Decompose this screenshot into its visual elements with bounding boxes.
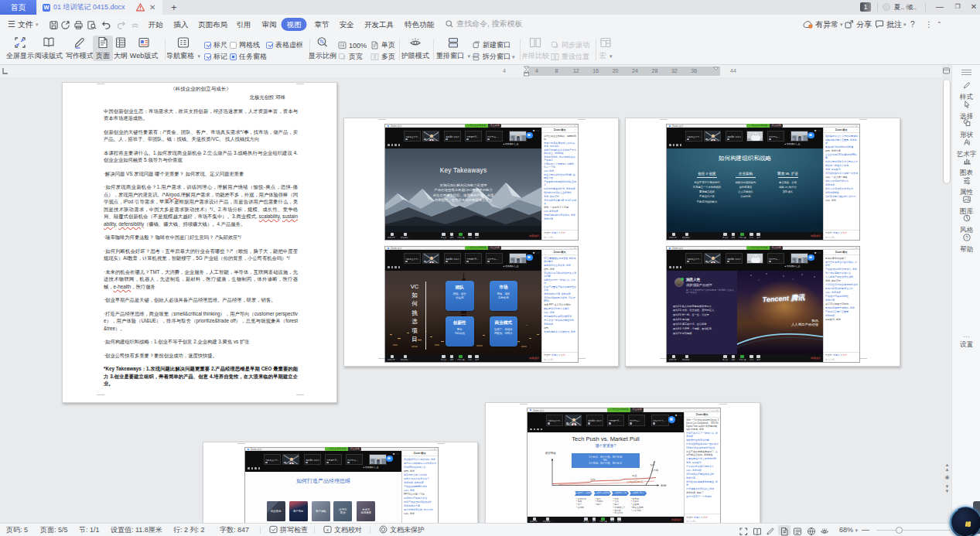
file-menu[interactable]: ☰ 文件 ▾ xyxy=(8,18,38,31)
sync-status-button[interactable]: ! 有异常▾ xyxy=(803,18,843,31)
page-width-button[interactable]: 页宽 xyxy=(338,52,363,62)
menu-tab-3[interactable]: 页面布局 xyxy=(198,18,227,31)
zoom-out-button[interactable]: — xyxy=(862,524,869,536)
toolbar-button[interactable]: 表情 xyxy=(475,355,479,361)
new-tab-button[interactable]: + xyxy=(171,2,177,13)
chat-minimize-icon[interactable]: − xyxy=(856,128,858,131)
view-switch-button[interactable] xyxy=(808,132,814,139)
zoom-screenshot-3[interactable]: Zoom 会议– □ ✕✓ 您正在共享屏幕停止共享北邮创业大学… 高鹏A平 清华… xyxy=(667,125,859,240)
participant-thumbnail[interactable]: 孙怡宁-朱… xyxy=(486,253,503,265)
user-avatar[interactable] xyxy=(883,3,890,11)
toolbar-mute-button[interactable]: 解除静音 ⌃ xyxy=(388,233,397,239)
chat-collapse-icon[interactable]: ⌄ xyxy=(404,452,406,455)
save-icon[interactable] xyxy=(49,19,59,29)
zoom-slider[interactable] xyxy=(876,530,950,531)
sidebar-item-settings[interactable]: 设置 xyxy=(952,340,980,350)
view-switch-button[interactable] xyxy=(526,132,533,139)
stop-share-button[interactable]: 停止共享 xyxy=(348,447,361,452)
chat-minimize-icon[interactable]: − xyxy=(575,128,576,131)
web-layout-button[interactable]: Web版式 xyxy=(127,36,161,61)
undo-icon[interactable] xyxy=(101,19,111,29)
rearrange-windows-button[interactable]: 重排窗口 ▾ xyxy=(435,36,472,61)
document-page-4[interactable]: Zoom 会议– □ ✕✓ 您正在共享屏幕停止共享北邮创业大学… 高鹏A平 清华… xyxy=(203,442,478,523)
more-button[interactable]: ⋮ xyxy=(925,18,933,31)
eye-protection-button[interactable]: 护眼模式 xyxy=(398,36,432,61)
chat-collapse-icon[interactable]: ⌄ xyxy=(825,128,828,131)
participant-thumbnail[interactable] xyxy=(746,253,763,265)
menu-tab-9[interactable]: 开发工具 xyxy=(364,18,394,31)
chat-minimize-icon[interactable]: − xyxy=(575,251,576,254)
chat-messages[interactable]: 组织建设从几个人开始就要做吗战略和执行哪个更重要, 谢谢老师聚焦和扩张的时机如何… xyxy=(825,135,859,229)
split-window-button[interactable]: 拆分窗口▾ xyxy=(472,52,515,62)
toolbar-button[interactable]: 参会者 xyxy=(722,233,728,239)
speaker-video-thumbnail[interactable] xyxy=(422,253,439,265)
toolbar-button[interactable]: 聊天 xyxy=(732,233,736,239)
speaker-video-thumbnail[interactable] xyxy=(422,131,439,142)
toolbar-button[interactable]: 表情 xyxy=(756,355,760,361)
ruler-toggle-icon[interactable] xyxy=(942,67,951,75)
participant-thumbnail[interactable]: 北邮创业大学… xyxy=(264,454,281,466)
toolbar-video-button[interactable]: 启动视频 ⌃ xyxy=(682,233,691,239)
zoom-screenshot-5[interactable]: Zoom 会议– □ ✕✓ 您正在共享屏幕停止共享北邮创业大学… 高鹏A平 清华… xyxy=(245,448,438,524)
stop-share-button[interactable]: 停止共享 xyxy=(488,246,501,251)
chat-input-area[interactable]: 发送到: 所有人 ▾ 文件 ⋯输入消息… xyxy=(824,352,859,362)
document-page-5[interactable]: Zoom 会议– □ ✕✓ 您正在共享屏幕停止共享北邮创业大学… 高鹏A平 清华… xyxy=(485,402,760,523)
read-layout-button[interactable]: 阅读版式 xyxy=(33,36,64,61)
sync-scroll-button[interactable]: 同步滚动 xyxy=(551,40,589,50)
sidebar-collapse-icon[interactable] xyxy=(961,68,971,77)
gridlines-checkbox[interactable]: 网格线 xyxy=(230,40,260,50)
toolbar-button[interactable]: 表情 xyxy=(475,233,479,239)
toolbar-button[interactable]: 共享屏幕 xyxy=(457,355,465,361)
participant-thumbnail[interactable]: 高鹏A平 清华大… xyxy=(444,253,461,265)
participant-thumbnail[interactable]: 孙怡宁-朱… xyxy=(346,454,363,466)
multi-page-button[interactable]: 多页 xyxy=(370,52,395,62)
zoom-screenshot-1[interactable]: Zoom 会议– □ ✕✓ 您正在共享屏幕停止共享北邮创业大学… 高鹏A平 清华… xyxy=(385,125,578,240)
document-page-1[interactable]: 《科技企业的创立与成长》北极光创投 邓锋中国创新创业生态：市场需求大，政策支持创… xyxy=(62,82,337,403)
toolbar-button[interactable]: 共享屏幕 xyxy=(599,517,607,524)
toolbar-button[interactable]: 参会者 xyxy=(722,355,728,361)
status-page-view-button[interactable] xyxy=(778,525,790,535)
toolbar-button[interactable]: 聊天 xyxy=(732,355,736,361)
participant-thumbnail[interactable]: 孙怡宁-朱… xyxy=(486,131,503,142)
redo-icon[interactable] xyxy=(117,19,127,29)
participant-thumbnail[interactable]: 学而思于 E… xyxy=(465,131,482,142)
search-box[interactable]: 查找命令, 搜索模板 xyxy=(446,19,523,29)
status-writing-mode-button[interactable] xyxy=(764,525,777,535)
end-meeting-button[interactable]: 结束会议 xyxy=(529,357,539,360)
participant-thumbnail[interactable]: 高鹏A平 清华大… xyxy=(304,454,321,466)
tab-stop-selector-icon[interactable] xyxy=(2,67,9,74)
toolbar-button[interactable]: 共享屏幕 xyxy=(457,233,465,239)
chat-messages[interactable]: 腾讯的案例太经典了微信当年是怎么打败米聊的, 求展开产品经理如何培养同理心, 谢… xyxy=(825,257,859,351)
status-outline-button[interactable] xyxy=(791,525,804,535)
speaker-video-thumbnail[interactable] xyxy=(565,415,582,426)
marks-checkbox[interactable]: 标记 xyxy=(204,52,227,61)
help-button[interactable]: ? xyxy=(910,18,915,31)
menu-tab-7[interactable]: 章节 xyxy=(315,18,330,31)
end-meeting-button[interactable]: 结束会议 xyxy=(811,357,821,360)
status-row-col[interactable]: 行: 2 列: 2 xyxy=(173,524,205,536)
zoom-slider-knob[interactable] xyxy=(896,527,903,534)
view-switch-button[interactable] xyxy=(668,416,675,423)
toolbar-button[interactable]: 聊天 xyxy=(450,233,454,239)
status-word-count[interactable]: 字数: 847 xyxy=(220,524,249,536)
participant-thumbnail[interactable]: 高鹏A平 清华大… xyxy=(586,415,603,426)
toolbar-button[interactable]: 聊天 xyxy=(592,517,596,524)
toolbar-button[interactable]: 表情 xyxy=(756,233,760,239)
restore-button[interactable]: ❐ xyxy=(949,0,966,15)
sidebar-more-icon[interactable]: ⋯ xyxy=(952,333,980,340)
sidebar-item-9[interactable]: ?帮助 xyxy=(952,231,980,254)
home-tab-button[interactable]: 首页 xyxy=(0,0,36,15)
toolbar-video-button[interactable]: 启动视频 ⌃ xyxy=(682,355,691,361)
comment-button[interactable]: 批注▾ xyxy=(875,18,907,31)
status-web-layout-button[interactable] xyxy=(805,525,818,535)
chat-input-area[interactable]: 发送到: 所有人 ▾ 文件 ⋯输入消息… xyxy=(824,230,859,240)
participant-thumbnail[interactable]: 北邮创业大学… xyxy=(404,131,421,142)
menu-tab-4[interactable]: 引用 xyxy=(237,18,251,31)
collapse-ribbon-button[interactable]: ⌃ xyxy=(937,18,942,31)
zoom-100-button[interactable]: 100% xyxy=(338,40,367,50)
toolbar-mute-button[interactable]: 解除静音 ⌃ xyxy=(669,233,678,239)
close-button[interactable]: ✕ xyxy=(965,0,980,15)
chat-minimize-icon[interactable]: − xyxy=(717,412,719,415)
end-meeting-button[interactable]: 结束会议 xyxy=(529,234,539,237)
zoom-screenshot-6[interactable]: Zoom 会议– □ ✕✓ 您正在共享屏幕停止共享北邮创业大学… 高鹏A平 清华… xyxy=(528,408,720,523)
